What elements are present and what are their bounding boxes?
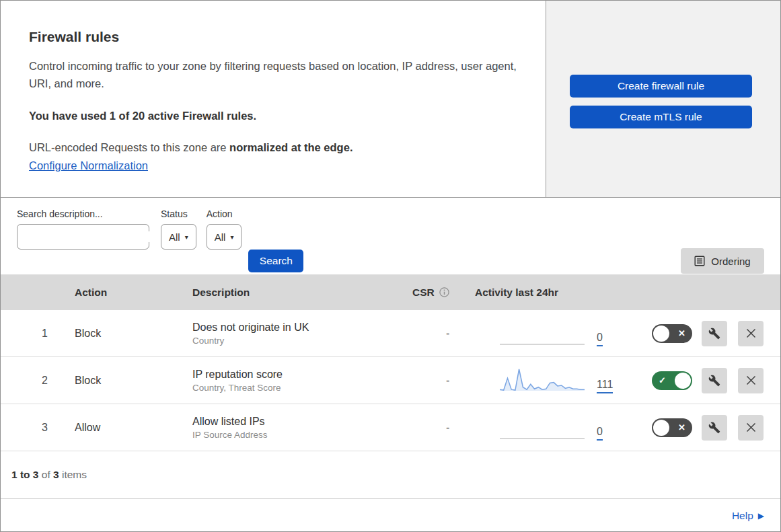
activity-sparkline xyxy=(500,319,585,346)
ordering-button[interactable]: Ordering xyxy=(681,248,764,274)
activity-sparkline xyxy=(500,367,585,393)
rule-csr: - xyxy=(391,328,465,340)
ordering-button-label: Ordering xyxy=(711,256,750,267)
delete-rule-button[interactable] xyxy=(738,415,764,441)
items-total: 3 xyxy=(53,469,59,481)
rule-description: IP reputation score xyxy=(192,369,391,381)
rule-controls: ✕ xyxy=(626,415,780,441)
delete-rule-button[interactable] xyxy=(738,321,764,346)
toggle-knob xyxy=(653,420,669,436)
rule-parameters: Country xyxy=(192,336,391,346)
page-title: Firewall rules xyxy=(29,29,517,45)
edit-rule-button[interactable] xyxy=(702,415,727,441)
activity-count-link[interactable]: 0 xyxy=(597,426,603,441)
rule-priority: 3 xyxy=(1,422,65,434)
page-description: Control incoming traffic to your zone by… xyxy=(29,57,517,92)
status-filter-group: Status All ▾ xyxy=(161,208,196,250)
x-icon xyxy=(746,328,756,338)
toggle-knob xyxy=(675,373,691,389)
x-icon xyxy=(746,375,756,385)
search-label: Search description... xyxy=(17,208,149,219)
configure-normalization-link[interactable]: Configure Normalization xyxy=(29,159,148,172)
table-row: 3 Allow Allow listed IPs IP Source Addre… xyxy=(1,404,780,451)
rule-action: Allow xyxy=(65,422,183,434)
rule-csr: - xyxy=(391,422,465,434)
rule-csr: - xyxy=(391,375,465,387)
table-row: 2 Block IP reputation score Country, Thr… xyxy=(1,357,780,404)
rule-priority: 1 xyxy=(1,328,65,340)
search-input[interactable] xyxy=(30,231,151,242)
chevron-down-icon: ▾ xyxy=(230,233,233,241)
action-dropdown[interactable]: All ▾ xyxy=(207,224,242,250)
status-label: Status xyxy=(161,208,196,219)
table-header-row: Action Description CSR Activity last 24h… xyxy=(1,274,780,310)
toggle-state-icon: ✓ xyxy=(659,375,666,385)
action-label: Action xyxy=(207,208,242,219)
chevron-down-icon: ▾ xyxy=(185,233,188,241)
csr-header-label: CSR xyxy=(412,287,435,299)
column-header-csr: CSR xyxy=(391,287,465,299)
rules-table: Action Description CSR Activity last 24h… xyxy=(1,274,780,532)
toggle-knob xyxy=(653,326,669,342)
rule-description-cell: IP reputation score Country, Threat Scor… xyxy=(183,369,391,393)
rule-description: Allow listed IPs xyxy=(192,416,391,428)
rule-activity-cell: 0 xyxy=(465,310,626,356)
rule-parameters: Country, Threat Score xyxy=(192,383,391,393)
edit-rule-button[interactable] xyxy=(702,368,727,393)
create-firewall-rule-button[interactable]: Create firewall rule xyxy=(570,75,752,98)
firewall-rules-page: Firewall rules Control incoming traffic … xyxy=(0,0,781,532)
wrench-icon xyxy=(708,422,720,434)
normalization-note: URL-encoded Requests to this zone are no… xyxy=(29,141,517,154)
help-row: Help ▶ xyxy=(1,499,780,532)
normalization-text: URL-encoded Requests to this zone are xyxy=(29,141,229,153)
column-header-description: Description xyxy=(183,287,391,299)
status-dropdown-value: All xyxy=(169,231,180,243)
page-header-section: Firewall rules Control incoming traffic … xyxy=(1,1,780,198)
column-header-activity: Activity last 24hr xyxy=(465,287,626,299)
rule-activity-cell: 111 xyxy=(465,357,626,404)
rule-enabled-toggle[interactable]: ✕ xyxy=(652,418,692,437)
rule-activity-cell: 0 xyxy=(465,404,626,451)
items-word: items xyxy=(59,469,87,481)
activity-sparkline xyxy=(500,414,585,441)
create-mtls-rule-button[interactable]: Create mTLS rule xyxy=(570,106,752,128)
rule-controls: ✕ xyxy=(626,321,780,346)
edit-rule-button[interactable] xyxy=(702,321,727,346)
delete-rule-button[interactable] xyxy=(738,368,764,393)
x-icon xyxy=(746,422,756,432)
action-dropdown-value: All xyxy=(215,231,226,243)
rule-priority: 2 xyxy=(1,375,65,387)
action-filter-group: Action All ▾ xyxy=(207,208,242,250)
usage-note: You have used 1 of 20 active Firewall ru… xyxy=(29,110,517,122)
filter-bar: Search description... Status All ▾ Actio… xyxy=(1,198,780,274)
search-input-box[interactable] xyxy=(17,224,149,250)
toggle-state-icon: ✕ xyxy=(678,422,685,432)
search-button[interactable]: Search xyxy=(248,250,303,272)
ordering-icon xyxy=(694,256,705,266)
rule-action: Block xyxy=(65,328,183,340)
info-icon[interactable] xyxy=(439,287,449,297)
activity-count-link[interactable]: 111 xyxy=(597,379,613,393)
rule-description-cell: Does not originate in UK Country xyxy=(183,321,391,346)
column-header-action: Action xyxy=(65,287,183,299)
help-link[interactable]: Help ▶ xyxy=(732,510,764,522)
pagination-summary: 1 to 3 of 3 items xyxy=(1,451,780,499)
rule-parameters: IP Source Address xyxy=(192,430,391,440)
wrench-icon xyxy=(708,375,720,387)
activity-count-link[interactable]: 0 xyxy=(597,332,603,346)
intro-card: Firewall rules Control incoming traffic … xyxy=(1,1,546,197)
rule-description: Does not originate in UK xyxy=(192,321,391,334)
rule-description-cell: Allow listed IPs IP Source Address xyxy=(183,416,391,440)
search-group: Search description... xyxy=(17,208,149,250)
table-row: 1 Block Does not originate in UK Country… xyxy=(1,310,780,357)
rule-action: Block xyxy=(65,375,183,387)
help-arrow-icon: ▶ xyxy=(758,511,764,521)
toggle-state-icon: ✕ xyxy=(678,328,685,338)
rule-enabled-toggle[interactable]: ✓ xyxy=(652,371,692,390)
help-label: Help xyxy=(732,510,753,522)
rule-enabled-toggle[interactable]: ✕ xyxy=(652,324,692,343)
of-word: of xyxy=(38,469,53,481)
status-dropdown[interactable]: All ▾ xyxy=(161,224,196,250)
rule-controls: ✓ xyxy=(626,368,780,393)
items-range: 1 to 3 xyxy=(11,469,38,481)
